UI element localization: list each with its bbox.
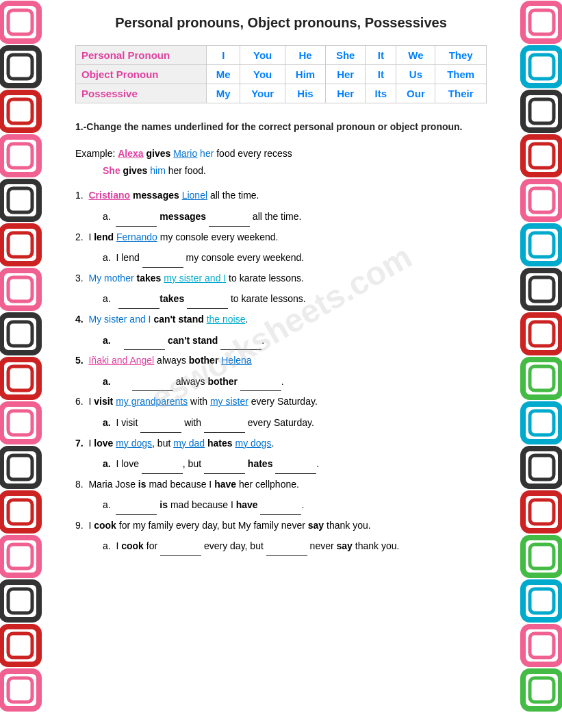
exercise-9: 9. I cook for my family every day, but M… xyxy=(75,516,487,535)
blank-4a1 xyxy=(124,331,165,351)
svg-rect-59 xyxy=(530,589,554,613)
ex4a-bold: a. xyxy=(103,335,124,346)
blank-1a1 xyxy=(116,208,157,227)
ex2-fernando: Fernando xyxy=(116,231,157,242)
svg-rect-19 xyxy=(8,411,32,435)
blank-9a1 xyxy=(160,537,201,556)
ex4-mid: can't stand xyxy=(151,314,207,325)
svg-rect-57 xyxy=(530,544,554,568)
svg-rect-28 xyxy=(1,627,39,664)
table-row-possessive: Possessive My Your His Her Its Our Their xyxy=(76,84,487,103)
page-title: Personal pronouns, Object pronouns, Poss… xyxy=(75,14,487,32)
op-her: Her xyxy=(326,65,366,84)
table-row-personal: Personal Pronoun I You He She It We They xyxy=(76,46,487,65)
svg-rect-30 xyxy=(1,671,39,709)
svg-rect-11 xyxy=(8,233,32,257)
op-him: Him xyxy=(285,65,325,84)
ex7-but: , but xyxy=(152,438,173,449)
ex3-num: 3. xyxy=(75,273,88,284)
instructions: 1.-Change the names underlined for the c… xyxy=(75,120,487,134)
svg-rect-12 xyxy=(1,271,39,308)
exercise-7-answer: a. I love , but hates . xyxy=(103,455,487,474)
instructions-text: 1.-Change the names underlined for the c… xyxy=(75,121,463,132)
svg-rect-49 xyxy=(530,366,554,390)
svg-rect-3 xyxy=(8,55,32,79)
pos-my: My xyxy=(207,84,240,103)
blank-7a3 xyxy=(275,455,316,474)
ex5-num: 5. xyxy=(75,355,88,366)
table-row-object: Object Pronoun Me You Him Her It Us Them xyxy=(76,65,487,84)
svg-rect-62 xyxy=(523,671,561,709)
example-gives2: gives xyxy=(120,165,151,176)
svg-rect-33 xyxy=(530,10,554,34)
ex7-num: 7. I love xyxy=(75,438,116,449)
pos-their: Their xyxy=(435,84,487,103)
svg-rect-7 xyxy=(8,144,32,168)
pos-his: His xyxy=(285,84,325,103)
exercise-1-answer: a. messages all the time. xyxy=(103,208,487,227)
svg-rect-35 xyxy=(530,55,554,79)
pronoun-table: Personal Pronoun I You He She It We They… xyxy=(75,45,487,103)
svg-rect-32 xyxy=(523,3,561,41)
blank-5a1 xyxy=(132,373,173,392)
exercise-3: 3. My mother takes my sister and I to ka… xyxy=(75,269,487,288)
svg-rect-55 xyxy=(530,500,554,524)
ex3-end: to karate lessons. xyxy=(226,273,304,284)
ex6-grandparents: my grandparents xyxy=(116,396,188,407)
blank-8a1 xyxy=(116,496,157,515)
example-she: She xyxy=(103,165,120,176)
example-rest1: food every recess xyxy=(214,148,292,159)
op-them: Them xyxy=(435,65,487,84)
ex8-num: 8. Maria Jose is mad because I have her … xyxy=(75,479,299,490)
pp-we: We xyxy=(396,46,435,65)
ex7a-bold: a. xyxy=(103,458,114,469)
svg-rect-34 xyxy=(523,48,561,86)
pp-i: I xyxy=(207,46,240,65)
exercises-container: 1. Cristiano messages Lionel all the tim… xyxy=(75,186,487,556)
example-line1: Example: Alexa gives Mario her food ever… xyxy=(75,145,487,162)
svg-rect-24 xyxy=(1,538,39,575)
ex7-dad: my dad xyxy=(173,438,205,449)
ex4-bold: 4. xyxy=(75,314,88,325)
main-content: Personal pronouns, Object pronouns, Poss… xyxy=(62,0,500,571)
svg-rect-26 xyxy=(1,582,39,620)
blank-6a1 xyxy=(140,414,181,433)
svg-rect-43 xyxy=(530,233,554,257)
exercise-6-answer: a. I visit with every Saturday. xyxy=(103,414,487,433)
svg-rect-39 xyxy=(530,144,554,168)
svg-rect-29 xyxy=(8,633,32,657)
ex5-inaki: Iñaki and Angel xyxy=(88,355,154,366)
pos-our: Our xyxy=(396,84,435,103)
svg-rect-37 xyxy=(530,99,554,123)
pp-she: She xyxy=(326,46,366,65)
blank-7a2 xyxy=(204,455,245,474)
pos-its: Its xyxy=(366,84,396,103)
svg-rect-47 xyxy=(530,322,554,346)
svg-rect-17 xyxy=(8,366,32,390)
ex1-cristiano: Cristiano xyxy=(88,190,130,201)
svg-rect-2 xyxy=(1,48,39,86)
exercise-4: 4. My sister and I can't stand the noise… xyxy=(75,310,487,329)
svg-rect-51 xyxy=(530,411,554,435)
blank-7a1 xyxy=(142,455,183,474)
svg-rect-54 xyxy=(523,493,561,531)
exercise-4-answer: a. can't stand . xyxy=(103,331,487,351)
ex6-end: every Saturday. xyxy=(248,396,318,407)
svg-rect-48 xyxy=(523,360,561,397)
blank-4a2 xyxy=(220,331,261,351)
svg-rect-9 xyxy=(8,188,32,212)
svg-rect-6 xyxy=(1,137,39,175)
example-label: Example: xyxy=(75,148,118,159)
svg-rect-58 xyxy=(523,582,561,620)
ex5a-bold: a. xyxy=(103,376,132,387)
ex3-my-mother: My mother xyxy=(88,273,133,284)
example-her: her xyxy=(197,148,214,159)
ex2-num: 2. I lend xyxy=(75,231,116,242)
svg-rect-22 xyxy=(1,493,39,531)
exercise-1: 1. Cristiano messages Lionel all the tim… xyxy=(75,186,487,205)
ex7-dogs1: my dogs xyxy=(116,438,152,449)
pp-you: You xyxy=(240,46,285,65)
svg-rect-38 xyxy=(523,137,561,175)
example-alexa: Alexa xyxy=(118,148,143,159)
svg-rect-40 xyxy=(523,181,561,219)
